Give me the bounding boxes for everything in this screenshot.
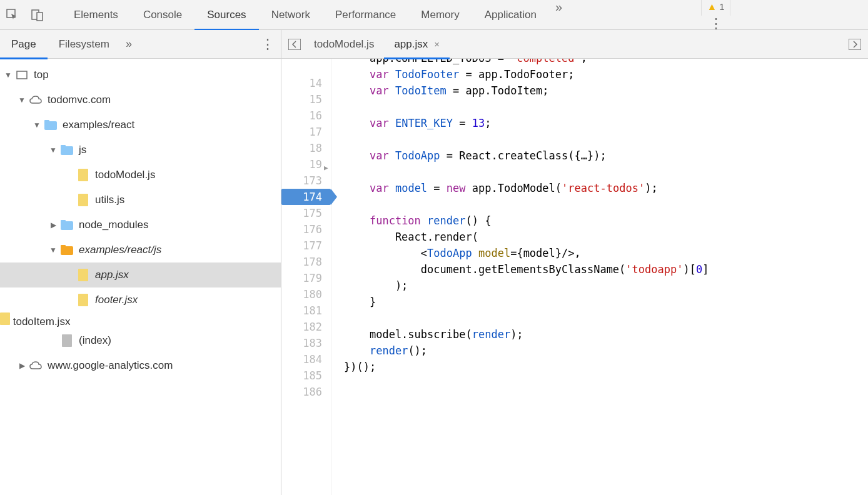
tab-label: Network — [271, 9, 310, 21]
svg-rect-16 — [0, 312, 10, 325]
inspect-element-icon[interactable] — [4, 6, 21, 24]
show-debugger-icon[interactable] — [845, 35, 864, 54]
navigator-tab-filesystem[interactable]: Filesystem — [48, 30, 121, 59]
line-number[interactable]: 177 — [281, 238, 322, 254]
line-number[interactable]: 186 — [281, 384, 322, 400]
tree-folder-js[interactable]: ▼ js — [0, 138, 281, 162]
tree-folder-examples-react[interactable]: ▼ examples/react — [0, 112, 281, 138]
chevron-down-icon: ▼ — [49, 146, 58, 154]
code-editor[interactable]: 13 14 15 16 17 18 19▶ 173 174 175 176 17… — [281, 59, 868, 495]
svg-rect-18 — [288, 39, 301, 50]
open-file-tabs: todoModel.js app.jsx × — [281, 30, 868, 59]
chevron-down-icon: ▼ — [33, 121, 41, 129]
tab-application[interactable]: Application — [472, 0, 549, 30]
line-number[interactable]: 175 — [281, 205, 322, 221]
code-content[interactable]: app.COMPLETED_TODOS = 'completed'; var T… — [331, 59, 868, 495]
folder-icon — [60, 218, 74, 232]
tab-elements[interactable]: Elements — [61, 0, 131, 30]
svg-rect-13 — [61, 245, 66, 248]
fold-icon[interactable]: ▶ — [324, 160, 328, 176]
warnings-count: 1 — [719, 1, 724, 12]
tree-label: app.jsx — [95, 269, 129, 281]
tab-network[interactable]: Network — [259, 0, 323, 30]
line-number[interactable]: 182 — [281, 319, 322, 335]
cloud-icon — [29, 93, 43, 107]
tree-label: js — [79, 144, 86, 156]
file-tab-label: todoModel.js — [314, 38, 374, 51]
file-icon — [0, 316, 10, 328]
line-number[interactable]: 185 — [281, 368, 322, 384]
file-icon — [76, 193, 90, 207]
tree-label: node_modules — [79, 219, 149, 231]
tree-folder-examples-react-js[interactable]: ▼ examples/react/js — [0, 238, 281, 262]
close-tab-icon[interactable]: × — [434, 39, 440, 49]
tree-label: todoModel.js — [95, 169, 155, 181]
more-tabs-icon[interactable]: » — [549, 0, 568, 30]
line-number[interactable]: 17 — [281, 124, 322, 140]
line-number[interactable]: 179 — [281, 270, 322, 286]
line-number[interactable]: 180 — [281, 286, 322, 302]
tab-performance[interactable]: Performance — [323, 0, 408, 30]
settings-kebab-icon[interactable]: ⋮ — [702, 16, 730, 32]
tab-label: Memory — [421, 9, 459, 21]
svg-rect-8 — [78, 169, 88, 181]
svg-rect-15 — [78, 294, 88, 306]
line-number-gutter[interactable]: 13 14 15 16 17 18 19▶ 173 174 175 176 17… — [281, 59, 331, 495]
tree-domain-todomvc[interactable]: ▼ todomvc.com — [0, 88, 281, 112]
navigator-tab-page[interactable]: Page — [0, 30, 48, 59]
svg-rect-3 — [17, 71, 27, 79]
tree-label: examples/react/js — [79, 244, 161, 256]
line-number[interactable]: 14 — [281, 75, 322, 91]
line-number[interactable]: 184 — [281, 351, 322, 368]
tree-folder-node-modules[interactable]: ▶ node_modules — [0, 212, 281, 238]
folder-icon — [60, 243, 74, 257]
file-tab-app-jsx[interactable]: app.jsx × — [384, 30, 450, 59]
svg-rect-14 — [78, 269, 88, 281]
line-number[interactable]: 16 — [281, 108, 322, 124]
tab-memory[interactable]: Memory — [408, 0, 472, 30]
file-icon — [76, 268, 90, 282]
tab-label: Console — [143, 9, 182, 21]
file-tab-label: app.jsx — [394, 38, 428, 51]
line-number[interactable]: 15 — [281, 91, 322, 108]
tree-label: todoItem.jsx — [13, 316, 71, 328]
line-number[interactable]: 181 — [281, 302, 322, 319]
tree-file-footer-jsx[interactable]: footer.jsx — [0, 288, 281, 312]
tree-label: utils.js — [95, 194, 124, 206]
tree-file-app-jsx[interactable]: app.jsx — [0, 262, 281, 288]
tree-domain-google-analytics[interactable]: ▶ www.google-analytics.com — [0, 353, 281, 378]
ltab-label: Page — [11, 38, 36, 51]
show-navigator-icon[interactable] — [285, 35, 304, 54]
devtools-topbar: Elements Console Sources Network Perform… — [0, 0, 868, 30]
line-number[interactable]: 173 — [281, 172, 322, 189]
more-navigator-tabs-icon[interactable]: » — [121, 38, 137, 51]
tree-file-todomodel-js[interactable]: todoModel.js — [0, 162, 281, 188]
line-number[interactable]: 178 — [281, 254, 322, 270]
tab-console[interactable]: Console — [131, 0, 194, 30]
tree-label: examples/react — [63, 119, 134, 131]
tree-file-index[interactable]: (index) — [0, 328, 281, 353]
navigator-kebab-icon[interactable]: ⋮ — [261, 36, 275, 52]
main-split: Page Filesystem » ⋮ ▼ top ▼ todomvc.com … — [0, 30, 868, 495]
line-number[interactable]: 183 — [281, 335, 322, 351]
file-tab-todomodel-js[interactable]: todoModel.js — [304, 30, 384, 59]
topbar-right: ▲ 1 ⋮ — [568, 0, 868, 32]
line-number[interactable]: 18 — [281, 140, 322, 156]
tree-file-utils-js[interactable]: utils.js — [0, 188, 281, 212]
file-icon — [60, 334, 74, 348]
svg-rect-17 — [62, 334, 72, 347]
line-number[interactable]: 176 — [281, 221, 322, 238]
svg-rect-7 — [61, 145, 66, 148]
tab-sources[interactable]: Sources — [194, 0, 258, 30]
svg-rect-2 — [37, 12, 43, 21]
chevron-right-icon: ▶ — [18, 361, 26, 370]
line-number[interactable]: 19▶ — [281, 156, 322, 172]
tree-file-todoitem-jsx[interactable]: todoItem.jsx — [0, 312, 281, 328]
breakpoint-marker[interactable]: 174 — [281, 189, 331, 205]
tree-top-frame[interactable]: ▼ top — [0, 62, 281, 88]
warnings-badge[interactable]: ▲ 1 — [701, 0, 730, 16]
tab-label: Elements — [74, 9, 118, 21]
folder-icon — [44, 118, 58, 132]
file-tree: ▼ top ▼ todomvc.com ▼ examples/react ▼ j… — [0, 59, 281, 495]
device-toolbar-icon[interactable] — [29, 6, 46, 24]
